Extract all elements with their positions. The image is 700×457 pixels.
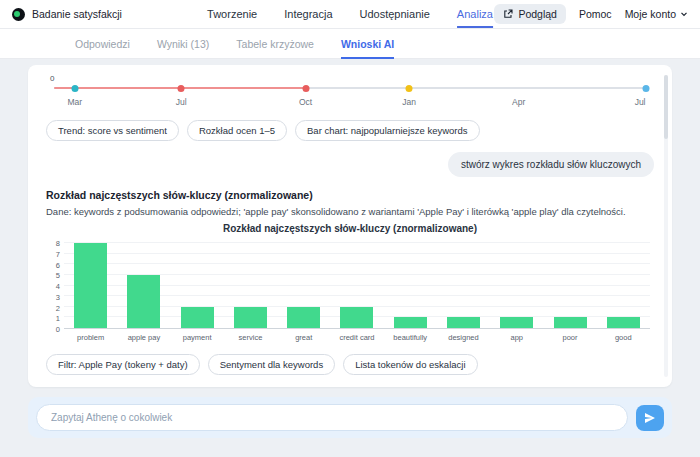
suggestion-chip[interactable]: Rozkład ocen 1–5	[187, 120, 287, 141]
chart-x-labels: problemapple paypaymentservicegreatcredi…	[62, 329, 652, 342]
timeline-month-label: Jul	[176, 97, 187, 107]
tab[interactable]: Wnioski AI	[341, 29, 394, 58]
bar-group	[64, 243, 117, 328]
analysis-tabs: OdpowiedziWyniki (13)Tabele krzyżoweWnio…	[0, 29, 700, 59]
x-axis-label: service	[224, 333, 277, 342]
account-menu-label: Moje konto	[625, 8, 676, 20]
bar-group	[437, 243, 490, 328]
y-tick-label: 0	[56, 325, 60, 334]
bar	[74, 243, 107, 328]
bar	[127, 275, 160, 328]
chevron-down-icon	[680, 10, 688, 18]
keyword-bar-chart: Rozkład najczęstszych słów-kluczy (znorm…	[48, 223, 652, 342]
bar	[340, 307, 373, 328]
y-tick-label: 5	[56, 271, 60, 280]
bar	[554, 317, 587, 328]
x-axis-label: payment	[171, 333, 224, 342]
bar	[234, 307, 267, 328]
brand: Badanie satysfakcji	[12, 8, 122, 21]
bar-group	[171, 243, 224, 328]
bar-group	[224, 243, 277, 328]
preview-button-label: Podgląd	[518, 8, 557, 20]
nav-item[interactable]: Analiza	[457, 8, 493, 20]
account-menu[interactable]: Moje konto	[625, 8, 688, 20]
bar	[394, 317, 427, 328]
tab[interactable]: Wyniki (13)	[157, 29, 209, 58]
send-icon	[644, 412, 656, 424]
help-link[interactable]: Pomoc	[579, 8, 612, 20]
composer-dock	[28, 397, 672, 438]
bar-group	[543, 243, 596, 328]
bar	[447, 317, 480, 328]
y-tick-label: 2	[56, 303, 60, 312]
tab[interactable]: Odpowiedzi	[75, 29, 130, 58]
timeline-dot[interactable]	[302, 85, 309, 92]
ai-answer: Rozkład najczęstszych słów-kluczy (znorm…	[46, 189, 654, 342]
top-bar: Badanie satysfakcji TworzenieIntegracjaU…	[0, 0, 700, 29]
timeline-dot[interactable]	[178, 85, 185, 92]
x-axis-label: problem	[64, 333, 117, 342]
survey-title: Badanie satysfakcji	[32, 8, 122, 20]
app-logo-icon	[12, 8, 25, 21]
bar-group	[330, 243, 383, 328]
ai-insights-card: 0 MarJulOctJanAprJul Trend: score vs sen…	[28, 65, 672, 387]
external-link-icon	[503, 9, 513, 19]
bar-group	[490, 243, 543, 328]
chart-plot-area	[64, 243, 650, 329]
y-tick-label: 3	[56, 292, 60, 301]
timeline-dot[interactable]	[643, 85, 650, 92]
nav-item[interactable]: Tworzenie	[207, 8, 257, 20]
chart-bars	[64, 243, 650, 328]
bar	[287, 307, 320, 328]
followup-chip[interactable]: Filtr: Apple Pay (tokeny + daty)	[46, 354, 200, 375]
bar	[607, 317, 640, 328]
y-tick-label: 7	[56, 249, 60, 258]
timeline-dot[interactable]	[406, 85, 413, 92]
timeline-dot[interactable]	[71, 85, 78, 92]
y-tick-label: 1	[56, 314, 60, 323]
suggestion-chip[interactable]: Bar chart: najpopularniejsze keywords	[295, 120, 480, 141]
top-right-actions: Podgląd Pomoc Moje konto	[494, 4, 688, 24]
bar	[500, 317, 533, 328]
x-axis-label: good	[597, 333, 650, 342]
preview-button[interactable]: Podgląd	[494, 4, 566, 24]
timeline-month-label: Jul	[635, 97, 646, 107]
chart-title: Rozkład najczęstszych słów-kluczy (znorm…	[48, 223, 652, 234]
quick-chips: Trend: score vs sentimentRozkład ocen 1–…	[46, 120, 654, 141]
bar-group	[277, 243, 330, 328]
x-axis-label: great	[277, 333, 330, 342]
x-axis-label: credit card	[330, 333, 383, 342]
y-tick-label: 8	[56, 239, 60, 248]
bar-group	[384, 243, 437, 328]
x-axis-label: app	[490, 333, 543, 342]
tab[interactable]: Tabele krzyżowe	[236, 29, 314, 58]
bar	[181, 307, 214, 328]
main-content: 0 MarJulOctJanAprJul Trend: score vs sen…	[0, 59, 700, 438]
scrollbar[interactable]	[664, 75, 668, 377]
logo-dot	[14, 11, 20, 17]
y-tick-label: 6	[56, 260, 60, 269]
x-axis-label: poor	[543, 333, 596, 342]
followup-chips: Filtr: Apple Pay (tokeny + daty)Sentymen…	[46, 354, 654, 375]
main-nav: TworzenieIntegracjaUdostępnianieAnaliza	[207, 8, 493, 20]
bar-group	[597, 243, 650, 328]
y-tick-label: 4	[56, 282, 60, 291]
timeline-track[interactable]	[54, 87, 646, 89]
suggestion-chip[interactable]: Trend: score vs sentiment	[46, 120, 179, 141]
followup-chip[interactable]: Lista tokenów do eskalacji	[343, 354, 477, 375]
nav-item[interactable]: Udostępnianie	[360, 8, 430, 20]
x-axis-label: designed	[437, 333, 490, 342]
send-button[interactable]	[636, 405, 664, 431]
ai-answer-heading: Rozkład najczęstszych słów-kluczy (znorm…	[46, 189, 654, 201]
chat-history: stwórz wykres rozkładu słów kluczowych	[46, 152, 654, 177]
timeline-month-label: Apr	[512, 97, 525, 107]
timeline-start-label: 0	[50, 74, 54, 83]
chart-body: 012345678	[48, 243, 652, 329]
nav-item[interactable]: Integracja	[284, 8, 332, 20]
timeline-slider[interactable]: 0 MarJulOctJanAprJul	[54, 77, 646, 113]
scrollbar-thumb[interactable]	[664, 75, 668, 139]
ask-input[interactable]	[36, 404, 628, 431]
timeline-month-label: Oct	[299, 97, 312, 107]
followup-chip[interactable]: Sentyment dla keywords	[208, 354, 336, 375]
x-axis-label: apple pay	[117, 333, 170, 342]
